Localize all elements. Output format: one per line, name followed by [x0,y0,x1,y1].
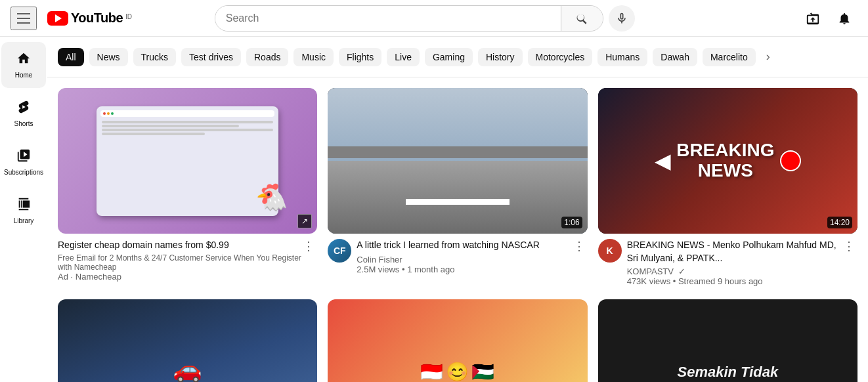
browser-mockup: 🐔 [97,106,278,216]
chip-music[interactable]: Music [293,48,334,66]
filter-bar: All News Trucks Test drives Roads Music … [47,37,868,77]
browser-line [102,121,273,123]
search-icon [575,12,588,25]
video-title-row-ad: Register cheap domain names from $0.99 ⋮ [58,239,317,253]
meta-separator-1: • [402,265,407,274]
breaking-news-content: ◀ BREAKING NEWS [647,133,808,189]
header-right [800,5,857,32]
browser-lines [100,119,274,137]
road-divider [406,199,510,205]
sidebar-item-subscriptions[interactable]: Subscriptions [1,139,46,185]
browser-line [102,129,273,131]
video-card-ad[interactable]: 🐔 ↗ Register cheap domain names from $0.… [58,88,317,289]
bottom-thumb-3[interactable]: Semakin Tidak [598,299,857,382]
people-emoji-1: 🇮🇩 [420,361,443,382]
chip-gaming[interactable]: Gaming [425,48,473,66]
advertiser-name: Namecheap [76,272,121,282]
upload-time-2: Streamed 9 hours ago [678,276,763,286]
ad-title: Register cheap domain names from $0.99 [58,239,229,252]
verified-badge: ✓ [678,266,685,276]
voice-search-button[interactable] [609,5,635,32]
header: YouTube ID [0,0,868,37]
chip-all[interactable]: All [58,48,84,66]
library-icon [16,197,31,215]
browser-line [102,133,204,135]
breaking-news-text: BREAKING NEWS [676,140,774,181]
bottom-thumb-1[interactable]: 🚗 [58,299,317,382]
video-menu-button-ad[interactable]: ⋮ [300,239,317,253]
video-info-2: K BREAKING NEWS - Menko Polhukam Mahfud … [598,234,857,288]
breaking-news-overlay: ◀ BREAKING NEWS [598,88,857,234]
notifications-button[interactable] [831,5,857,32]
view-count-1: 2.5M views [357,265,399,274]
video-title-row-2: BREAKING NEWS - Menko Polhukam Mahfud MD… [627,239,857,265]
video-details-2: BREAKING NEWS - Menko Polhukam Mahfud MD… [627,239,857,286]
sidebar-item-library[interactable]: Library [1,188,46,234]
search-button[interactable] [561,6,603,31]
video-card-1[interactable]: 1:06 CF A little trick I learned from wa… [328,88,587,289]
sidebar-item-home[interactable]: Home [1,42,46,88]
meta-separator-2: • [673,276,678,286]
youtube-logo[interactable]: YouTube ID [47,11,132,26]
hamburger-button[interactable] [11,7,37,30]
chip-dawah[interactable]: Dawah [653,48,697,66]
bottom-thumb-2[interactable]: 🇮🇩 😊 🇵🇸 [328,299,587,382]
chip-trucks[interactable]: Trucks [133,48,176,66]
chip-history[interactable]: History [478,48,523,66]
dot-red [103,112,106,115]
breaking-arrow: ◀ [655,148,671,173]
browser-dots [103,112,114,115]
video-menu-button-1[interactable]: ⋮ [571,239,588,253]
chip-news[interactable]: News [89,48,128,66]
main-content: All News Trucks Test drives Roads Music … [47,37,868,382]
video-thumbnail-ad: 🐔 ↗ [58,88,317,234]
sidebar-item-home-label: Home [15,72,33,79]
road-surface [328,161,587,234]
ad-thumb-content: 🐔 [58,88,317,234]
ad-subtitle: Free Email for 2 Months & 24/7 Customer … [58,253,317,272]
chicken-icon: 🐔 [255,182,288,213]
channel-name-1: Colin Fisher [357,255,587,265]
browser-line [102,125,239,127]
subscriptions-icon [16,148,31,166]
upload-time-1: 1 month ago [407,265,454,274]
chip-flights[interactable]: Flights [339,48,381,66]
channel-avatar-2: K [598,239,622,263]
view-count-2: 473K views [627,276,670,286]
video-title-row-1: A little trick I learned from watching N… [357,239,587,253]
chip-humans[interactable]: Humans [597,48,647,66]
header-left: YouTube ID [11,7,132,30]
filter-next-button[interactable]: › [761,45,775,69]
sidebar-item-shorts[interactable]: Shorts [1,91,46,137]
search-input[interactable] [215,6,561,31]
yt-country-id: ID [125,13,132,20]
car-emoji: 🚗 [173,356,202,382]
video-card-2[interactable]: ◀ BREAKING NEWS 14:20 K [598,88,857,289]
bottom-row: 🚗 🇮🇩 😊 🇵🇸 Semakin Tidak [47,299,868,382]
browser-bar [100,110,274,117]
shorts-icon [16,100,31,117]
duration-badge-1: 1:06 [561,217,582,228]
yt-play-icon [47,11,68,26]
chip-roads[interactable]: Roads [246,48,288,66]
dot-yellow [107,112,110,115]
chip-test-drives[interactable]: Test drives [181,48,241,66]
avatar-initials-1: CF [334,245,346,256]
videos-grid: 🐔 ↗ Register cheap domain names from $0.… [47,77,868,299]
breaking-line2: NEWS [676,161,774,181]
chip-marcelito[interactable]: Marcelito [703,48,756,66]
video-menu-button-2[interactable]: ⋮ [840,239,857,253]
home-icon [16,51,31,69]
sidebar: Home Shorts Subscriptions Library [0,37,47,382]
ad-meta: Ad · Namecheap [58,272,317,282]
chip-motorcycles[interactable]: Motorcycles [528,48,593,66]
breaking-line1: BREAKING [676,140,774,161]
create-button[interactable] [800,5,826,32]
yt-text: YouTube [71,11,123,26]
chip-live[interactable]: Live [387,48,420,66]
search-bar [215,5,603,32]
sidebar-item-library-label: Library [14,217,34,224]
breaking-title-row: ◀ BREAKING NEWS [655,140,800,181]
video-title-2: BREAKING NEWS - Menko Polhukam Mahfud MD… [627,239,840,265]
sidebar-item-subscriptions-label: Subscriptions [4,169,43,176]
